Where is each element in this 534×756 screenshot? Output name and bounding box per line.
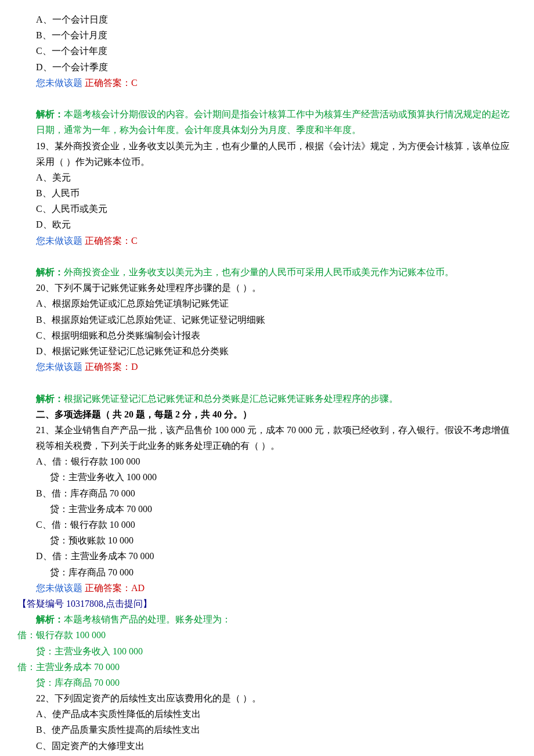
q21-option-a-line1: A、借：银行存款 100 000	[17, 453, 517, 469]
correct-answer-label: 正确答案：C	[85, 78, 138, 88]
section2-title: 二、多项选择题（ 共 20 题，每题 2 分，共 40 分。）	[17, 406, 517, 422]
q18-option-b: B、一个会计月度	[17, 27, 517, 43]
analysis-label: 解析：	[36, 109, 64, 119]
q19-analysis-text: 外商投资企业，业务收支以美元为主，也有少量的人民币可采用人民币或美元作为记账本位…	[64, 267, 454, 277]
correct-answer-label: 正确答案：D	[85, 362, 138, 372]
q20-option-b: B、根据原始凭证或汇总原始凭证、记账凭证登记明细账	[17, 312, 517, 327]
q19-status-line: 您未做该题 正确答案：C	[17, 233, 517, 249]
q18-analysis-text: 本题考核会计分期假设的内容。会计期间是指会计核算工作中为核算生产经营活动或预算执…	[36, 109, 510, 135]
correct-answer-label: 正确答案：AD	[85, 583, 145, 593]
q21-analysis-l4: 贷：库存商品 70 000	[17, 675, 517, 690]
q22-stem: 22、下列固定资产的后续性支出应该费用化的是（ ）。	[17, 690, 517, 706]
analysis-label: 解析：	[36, 394, 64, 404]
q21-status-line: 您未做该题 正确答案：AD	[17, 580, 517, 596]
q18-option-d: D、一个会计季度	[17, 59, 517, 75]
q20-option-c: C、根据明细账和总分类账编制会计报表	[17, 327, 517, 343]
q21-analysis-l2: 贷：主营业务收入 100 000	[17, 643, 517, 659]
q21-stem: 21、某企业销售自产产品一批，该产品售价 100 000 元，成本 70 000…	[17, 422, 517, 453]
q19-stem: 19、某外商投资企业，业务收支以美元为主，也有少量的人民币，根据《会计法》规定，…	[17, 138, 517, 170]
analysis-label: 解析：	[36, 614, 64, 624]
q21-qa-link[interactable]: 【答疑编号 10317808,点击提问】	[17, 596, 517, 611]
q21-option-d-line1: D、借：主营业务成本 70 000	[17, 548, 517, 564]
q21-option-b-line1: B、借：库存商品 70 000	[17, 485, 517, 501]
q18-option-c: C、一个会计年度	[17, 43, 517, 59]
q19-option-a: A、美元	[17, 170, 517, 185]
q22-option-a: A、使产品成本实质性降低的后续性支出	[17, 706, 517, 722]
q21-option-a-line2: 贷：主营业务收入 100 000	[17, 469, 517, 485]
q21-option-b-line2: 贷：主营业务成本 70 000	[17, 501, 517, 517]
q20-analysis: 解析：根据记账凭证登记汇总记账凭证和总分类账是汇总记账凭证账务处理程序的步骤。	[17, 391, 517, 406]
q20-status-line: 您未做该题 正确答案：D	[17, 359, 517, 375]
q21-analysis-l3: 借：主营业务成本 70 000	[17, 659, 517, 675]
q19-option-c: C、人民币或美元	[17, 201, 517, 217]
q22-option-d: D、固定资产的中小修理支出	[17, 754, 517, 756]
not-done-label: 您未做该题	[36, 362, 82, 372]
q18-status-line: 您未做该题 正确答案：C	[17, 75, 517, 91]
not-done-label: 您未做该题	[36, 583, 82, 593]
q18-analysis: 解析：本题考核会计分期假设的内容。会计期间是指会计核算工作中为核算生产经营活动或…	[17, 106, 517, 138]
q20-option-a: A、根据原始凭证或汇总原始凭证填制记账凭证	[17, 296, 517, 311]
q22-option-c: C、固定资产的大修理支出	[17, 738, 517, 754]
q20-stem: 20、下列不属于记账凭证账务处理程序步骤的是（ ）。	[17, 280, 517, 296]
q19-option-d: D、欧元	[17, 217, 517, 232]
not-done-label: 您未做该题	[36, 236, 82, 246]
q21-analysis-intro: 解析：本题考核销售产品的处理。账务处理为：	[17, 611, 517, 627]
q21-option-c-line1: C、借：银行存款 10 000	[17, 517, 517, 532]
q20-analysis-text: 根据记账凭证登记汇总记账凭证和总分类账是汇总记账凭证账务处理程序的步骤。	[64, 394, 398, 404]
q19-option-b: B、人民币	[17, 185, 517, 201]
correct-answer-label: 正确答案：C	[85, 236, 138, 246]
q21-option-d-line2: 贷：库存商品 70 000	[17, 564, 517, 580]
q22-option-b: B、使产品质量实质性提高的后续性支出	[17, 722, 517, 737]
q18-option-a: A、一个会计日度	[17, 12, 517, 27]
analysis-label: 解析：	[36, 267, 64, 277]
q20-option-d: D、根据记账凭证登记汇总记账凭证和总分类账	[17, 343, 517, 359]
q21-analysis-intro-text: 本题考核销售产品的处理。账务处理为：	[64, 614, 231, 624]
q19-analysis: 解析：外商投资企业，业务收支以美元为主，也有少量的人民币可采用人民币或美元作为记…	[17, 264, 517, 280]
q21-option-c-line2: 贷：预收账款 10 000	[17, 532, 517, 548]
q21-analysis-l1: 借：银行存款 100 000	[17, 627, 517, 643]
not-done-label: 您未做该题	[36, 78, 82, 88]
